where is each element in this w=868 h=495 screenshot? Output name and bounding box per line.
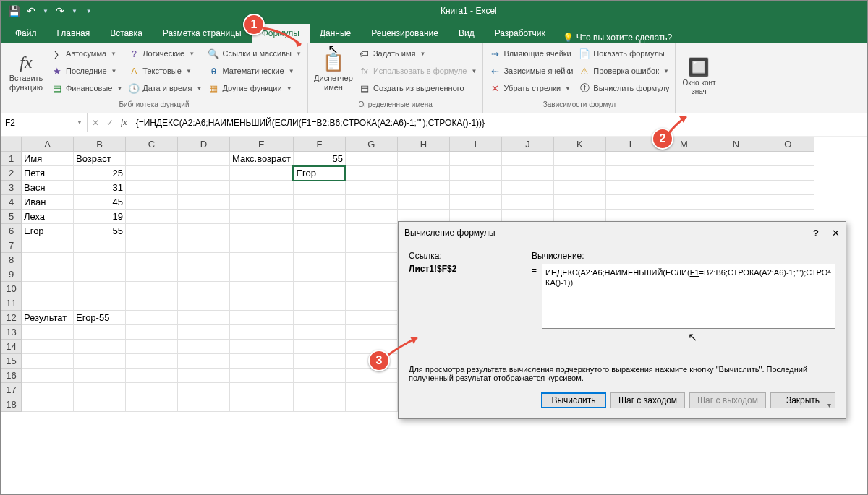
- cell-E4[interactable]: [230, 195, 294, 210]
- cell-F5[interactable]: [293, 210, 345, 224]
- cell-E11[interactable]: [230, 296, 294, 311]
- cell-H1[interactable]: [397, 152, 449, 166]
- cell-D16[interactable]: [178, 369, 230, 383]
- cell-F16[interactable]: [293, 369, 345, 383]
- cell-J1[interactable]: [501, 152, 553, 166]
- cell-F2[interactable]: Егор: [293, 166, 345, 181]
- formula-input[interactable]: {=ИНДЕКС(A2:A6;НАИМЕНЬШИЙ(ЕСЛИ(F1=B2:B6;…: [132, 118, 867, 128]
- cell-D7[interactable]: [178, 238, 230, 253]
- cell-G5[interactable]: [345, 210, 397, 224]
- cell-A1[interactable]: Имя: [22, 152, 74, 166]
- cell-E5[interactable]: [230, 210, 294, 224]
- row-header[interactable]: 16: [1, 369, 22, 383]
- cell-G2[interactable]: [345, 166, 397, 181]
- cancel-icon[interactable]: ✕: [92, 118, 99, 128]
- cell-E7[interactable]: [230, 238, 294, 253]
- cell-A8[interactable]: [22, 253, 74, 267]
- row-header[interactable]: 3: [1, 181, 22, 195]
- cell-B5[interactable]: 19: [74, 210, 126, 224]
- math-button[interactable]: θМатематические▼: [206, 63, 302, 79]
- close-icon[interactable]: ✕: [832, 228, 840, 238]
- cell-F17[interactable]: [293, 383, 345, 397]
- recent-button[interactable]: ★Последние▼: [50, 63, 124, 79]
- cell-E1[interactable]: Макс.возраст: [230, 152, 294, 166]
- tell-me-search[interactable]: 💡 Что вы хотите сделать?: [563, 33, 673, 43]
- cell-C13[interactable]: [126, 325, 178, 340]
- cell-B3[interactable]: 31: [74, 181, 126, 195]
- cell-G7[interactable]: [345, 238, 397, 253]
- cell-J2[interactable]: [501, 166, 553, 181]
- cell-J4[interactable]: [501, 195, 553, 210]
- cell-F6[interactable]: [293, 224, 345, 238]
- cell-D15[interactable]: [178, 354, 230, 369]
- cell-B15[interactable]: [74, 354, 126, 369]
- logical-button[interactable]: ?Логические▼: [127, 46, 203, 61]
- cell-G11[interactable]: [345, 296, 397, 311]
- cell-H4[interactable]: [397, 195, 449, 210]
- cell-C3[interactable]: [126, 181, 178, 195]
- column-header[interactable]: J: [501, 137, 553, 152]
- cell-L2[interactable]: [605, 166, 658, 181]
- financial-button[interactable]: ▤Финансовые▼: [50, 80, 124, 96]
- cell-N4[interactable]: [710, 195, 762, 210]
- lookup-button[interactable]: 🔍Ссылки и массивы▼: [206, 46, 302, 61]
- cell-M1[interactable]: [658, 152, 710, 166]
- column-header[interactable]: L: [605, 137, 658, 152]
- cell-B18[interactable]: [74, 397, 126, 412]
- cell-I2[interactable]: [449, 166, 501, 181]
- more-functions-button[interactable]: ▦Другие функции▼: [206, 80, 302, 96]
- evaluate-button[interactable]: Вычислить: [541, 392, 606, 408]
- cell-B12[interactable]: Егор-55: [74, 311, 126, 325]
- cell-F10[interactable]: [293, 282, 345, 296]
- cell-C11[interactable]: [126, 296, 178, 311]
- cell-C8[interactable]: [126, 253, 178, 267]
- dialog-titlebar[interactable]: Вычисление формулы ? ✕: [399, 222, 846, 244]
- row-header[interactable]: 1: [1, 152, 22, 166]
- cell-D4[interactable]: [178, 195, 230, 210]
- cell-I1[interactable]: [449, 152, 501, 166]
- cell-B8[interactable]: [74, 253, 126, 267]
- tab-data[interactable]: Данные: [310, 24, 361, 43]
- cell-D13[interactable]: [178, 325, 230, 340]
- cell-A11[interactable]: [22, 296, 74, 311]
- cell-A17[interactable]: [22, 383, 74, 397]
- cell-J3[interactable]: [501, 181, 553, 195]
- row-header[interactable]: 18: [1, 397, 22, 412]
- cell-G1[interactable]: [345, 152, 397, 166]
- cell-B13[interactable]: [74, 325, 126, 340]
- cell-D5[interactable]: [178, 210, 230, 224]
- cell-O1[interactable]: [762, 152, 814, 166]
- column-header[interactable]: K: [553, 137, 605, 152]
- cell-A5[interactable]: Леха: [22, 210, 74, 224]
- cell-E10[interactable]: [230, 282, 294, 296]
- cell-G12[interactable]: [345, 311, 397, 325]
- cell-B2[interactable]: 25: [74, 166, 126, 181]
- cell-G18[interactable]: [345, 397, 397, 412]
- scroll-up-icon[interactable]: ▴: [827, 267, 831, 275]
- cell-I3[interactable]: [449, 181, 501, 195]
- step-in-button[interactable]: Шаг с заходом: [610, 392, 685, 408]
- select-all-corner[interactable]: [1, 137, 22, 152]
- cell-M2[interactable]: [658, 166, 710, 181]
- cell-B4[interactable]: 45: [74, 195, 126, 210]
- row-header[interactable]: 17: [1, 383, 22, 397]
- cell-F3[interactable]: [293, 181, 345, 195]
- cell-H2[interactable]: [397, 166, 449, 181]
- cell-A2[interactable]: Петя: [22, 166, 74, 181]
- cell-F15[interactable]: [293, 354, 345, 369]
- cell-E3[interactable]: [230, 181, 294, 195]
- scroll-down-icon[interactable]: ▾: [827, 401, 831, 409]
- row-header[interactable]: 11: [1, 296, 22, 311]
- cell-B7[interactable]: [74, 238, 126, 253]
- row-header[interactable]: 5: [1, 210, 22, 224]
- cell-D11[interactable]: [178, 296, 230, 311]
- cell-E18[interactable]: [230, 397, 294, 412]
- trace-dependents-button[interactable]: ⇠Зависимые ячейки: [488, 63, 574, 79]
- row-header[interactable]: 14: [1, 340, 22, 354]
- column-header[interactable]: I: [449, 137, 501, 152]
- cell-K2[interactable]: [553, 166, 605, 181]
- row-header[interactable]: 13: [1, 325, 22, 340]
- column-header[interactable]: A: [22, 137, 74, 152]
- cell-A18[interactable]: [22, 397, 74, 412]
- cell-A14[interactable]: [22, 340, 74, 354]
